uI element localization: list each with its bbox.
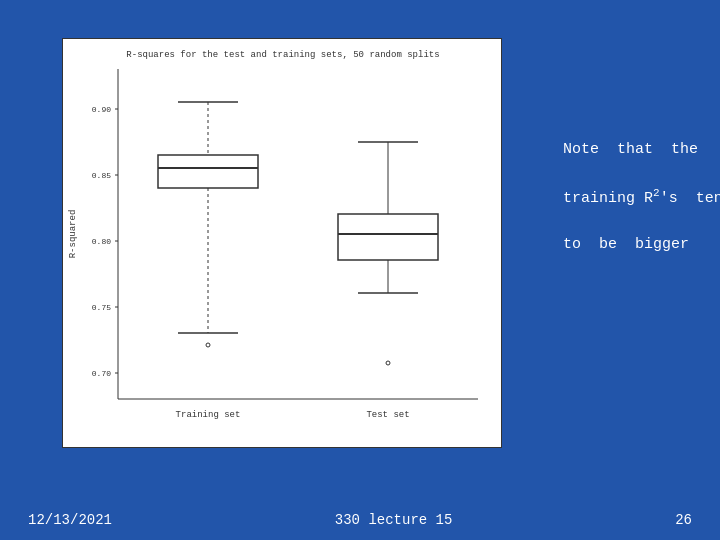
svg-rect-23 (338, 214, 438, 260)
chart-wrapper: R-squares for the test and training sets… (62, 38, 502, 448)
note-line3: to be bigger (563, 236, 689, 253)
footer-page: 26 (675, 512, 692, 528)
svg-text:Test set: Test set (366, 410, 409, 420)
footer-lecture: 330 lecture 15 (335, 512, 453, 528)
note-line2: training R2's tend (563, 190, 720, 207)
slide: R-squares for the test and training sets… (0, 0, 720, 540)
footer-date: 12/13/2021 (28, 512, 112, 528)
svg-text:0.75: 0.75 (92, 303, 111, 312)
svg-point-27 (386, 361, 390, 365)
note-text: Note that the training R2's tend to be b… (527, 115, 692, 280)
svg-rect-15 (158, 155, 258, 188)
note-line1: Note that the (563, 141, 698, 158)
svg-text:0.90: 0.90 (92, 105, 111, 114)
svg-text:R-squared: R-squared (68, 210, 78, 259)
footer: 12/13/2021 330 lecture 15 26 (0, 512, 720, 528)
svg-text:0.85: 0.85 (92, 171, 111, 180)
svg-text:Training set: Training set (176, 410, 241, 420)
chart-title: R-squares for the test and training sets… (126, 50, 439, 60)
svg-point-19 (206, 343, 210, 347)
svg-text:0.80: 0.80 (92, 237, 111, 246)
chart-svg: R-squares for the test and training sets… (63, 39, 503, 449)
svg-text:0.70: 0.70 (92, 369, 111, 378)
